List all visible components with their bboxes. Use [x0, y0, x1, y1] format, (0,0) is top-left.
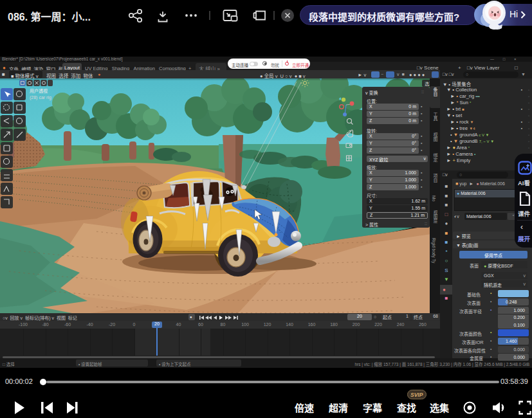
svg-text:用户透视: 用户透视: [30, 88, 48, 94]
svg-text:(28) car rig: (28) car rig: [30, 95, 51, 100]
